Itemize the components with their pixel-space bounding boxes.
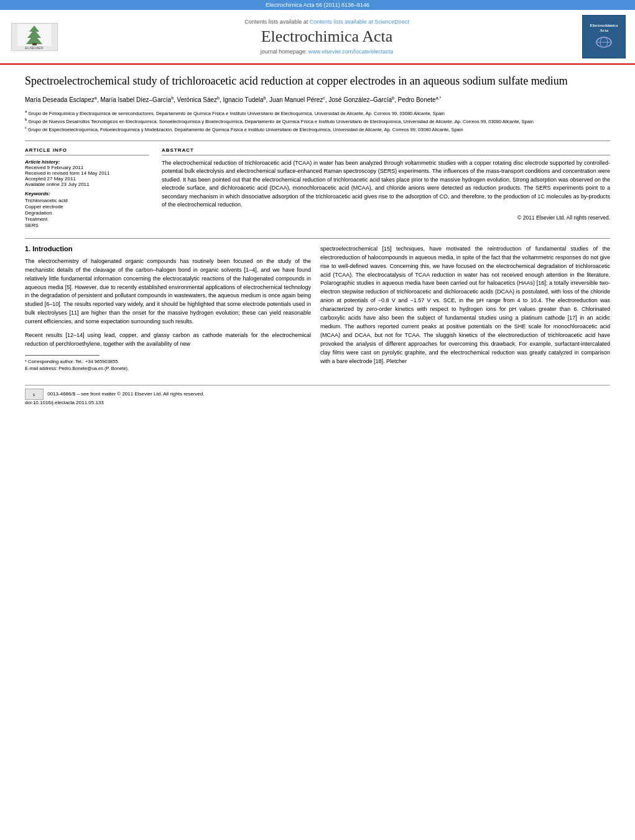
article-title: Spectroelectrochemical study of trichlor…: [25, 74, 610, 88]
journal-title: Electrochimica Acta: [72, 27, 582, 46]
article-body: 1. Introduction The electrochemistry of …: [25, 245, 610, 372]
footnote-email: E-mail address: Pedro.Bonete@ua.es (P. B…: [25, 366, 311, 371]
keyword-2: Copper electrode: [25, 204, 149, 210]
revised-date: Received in revised form 14 May 2011: [25, 170, 149, 176]
accepted-date: Accepted 27 May 2011: [25, 176, 149, 182]
body-column-right: spectroelectrochemical [15] techniques, …: [320, 245, 610, 372]
footnote-divider: [25, 355, 100, 356]
journal-header: ELSEVIER Contents lists available at Con…: [0, 10, 635, 65]
abstract-column: ABSTRACT The electrochemical reduction o…: [162, 147, 610, 229]
article-info-column: ARTICLE INFO Article history: Received 9…: [25, 147, 149, 229]
science-direct-link-text: Contents lists available at ScienceDirec…: [310, 19, 409, 25]
footer-doi: doi:10.1016/j.electacta.2011.05.133: [25, 400, 104, 405]
journal-citation-text: Electrochimica Acta 56 (2011) 8138–8146: [266, 2, 369, 8]
keyword-3: Degradation: [25, 210, 149, 216]
footnote-corresponding: * Corresponding author. Tel.: +34 965903…: [25, 359, 311, 364]
science-direct-label: Contents lists available at Contents lis…: [72, 19, 582, 25]
journal-homepage-url: www.elsevier.com/locate/electacta: [308, 48, 394, 55]
body-paragraph-right-1: spectroelectrochemical [15] techniques, …: [320, 245, 610, 366]
article-content: Spectroelectrochemical study of trichlor…: [0, 65, 635, 415]
keywords-label: Keywords:: [25, 191, 149, 196]
elsevier-logo-container: ELSEVIER: [9, 23, 59, 51]
available-date: Available online 23 July 2011: [25, 182, 149, 187]
body-divider: [25, 238, 610, 239]
section1-heading: 1. Introduction: [25, 245, 311, 252]
authors-line: María Deseada Esclapeza, María Isabel Dí…: [25, 96, 610, 103]
info-abstract-section: ARTICLE INFO Article history: Received 9…: [25, 147, 610, 229]
affiliation-b: b Grupo de Nuevos Desarrollos Tecnológic…: [25, 117, 610, 125]
footer-issn: 0013-4686/$ – see front matter © 2011 El…: [47, 391, 204, 397]
journal-homepage: journal homepage: www.elsevier.com/locat…: [72, 48, 582, 55]
keywords-list: Trichloroacetic acid Copper electrode De…: [25, 198, 149, 228]
journal-title-center: Contents lists available at Contents lis…: [72, 19, 582, 55]
article-footer: E 0013-4686/$ – see front matter © 2011 …: [25, 385, 610, 405]
journal-citation-bar: Electrochimica Acta 56 (2011) 8138–8146: [0, 0, 635, 10]
keyword-5: SERS: [25, 223, 149, 228]
section-divider: [25, 141, 610, 141]
elsevier-footer-logo: E: [25, 389, 44, 400]
affiliations: a Grupo de Fotoquímica y Electroquímica …: [25, 109, 610, 133]
svg-rect-2: [32, 43, 37, 45]
body-paragraph-1: The electrochemistry of halogenated orga…: [25, 257, 311, 327]
abstract-title: ABSTRACT: [162, 147, 610, 155]
article-history-label: Article history:: [25, 159, 149, 165]
keyword-1: Trichloroacetic acid: [25, 198, 149, 203]
affiliation-a: a Grupo de Fotoquímica y Electroquímica …: [25, 109, 610, 117]
article-info-title: ARTICLE INFO: [25, 147, 149, 155]
abstract-text: The electrochemical reduction of trichlo…: [162, 159, 610, 210]
body-paragraph-2: Recent results [12–14] using lead, coppe…: [25, 331, 311, 349]
elsevier-logo-image: ELSEVIER: [11, 23, 58, 51]
body-column-left: 1. Introduction The electrochemistry of …: [25, 245, 311, 372]
copyright-line: © 2011 Elsevier Ltd. All rights reserved…: [162, 215, 610, 221]
journal-logo-right: Electrochimica Acta: [582, 15, 626, 58]
affiliation-c: c Grupo de Espectroelectroquímica, Fotoe…: [25, 125, 610, 133]
keyword-4: Treatment: [25, 216, 149, 222]
received-date: Received 9 February 2011: [25, 165, 149, 170]
